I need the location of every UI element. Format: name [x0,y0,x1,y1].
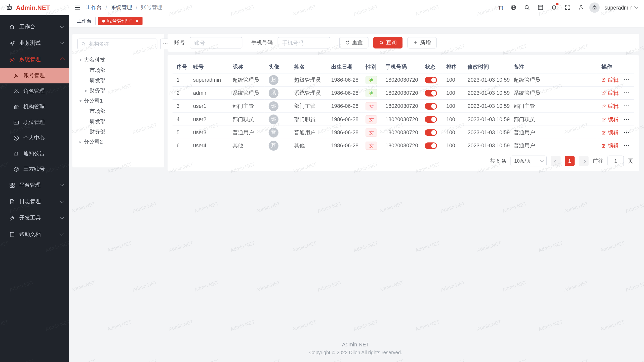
edit-button[interactable]: 编辑 [601,129,619,136]
edit-button[interactable]: 编辑 [601,89,619,97]
font-size-icon[interactable]: Tt [498,4,503,10]
globe-icon[interactable] [510,4,517,11]
more-actions-button[interactable]: ··· [624,116,630,122]
table-header: 序号账号昵称头像姓名出生日期性别手机号码状态排序修改时间备注操作 [173,60,634,73]
more-actions-button[interactable]: ··· [624,129,630,135]
pagination: 共 6 条 10条/页 1 前 [173,152,634,170]
content: ··· ▾ 大名科技 市场部 研发部 ▸ 财务部 ▾ 分公司1 市场部 研发部 … [69,27,644,362]
edit-button[interactable]: 编辑 [601,116,619,123]
sidebar-item[interactable]: 系统管理 [0,51,69,68]
status-toggle[interactable] [425,77,437,83]
menu-collapse-icon[interactable] [74,4,81,11]
more-actions-button[interactable]: ··· [624,143,630,149]
add-button[interactable]: 新增 [408,37,437,49]
sidebar-item[interactable]: 开发工具 [0,210,69,226]
tree-node[interactable]: ▸ 财务部 [77,85,159,96]
breadcrumb-item[interactable]: 系统管理 [111,4,132,11]
status-toggle[interactable] [425,142,437,149]
tree-node[interactable]: 研发部 [77,116,159,126]
sidebar-subitem[interactable]: 通知公告 [0,146,69,161]
tree-caret-open-icon[interactable]: ▾ [77,58,84,62]
sidebar-subitem[interactable]: 职位管理 [0,115,69,130]
status-toggle[interactable] [425,116,437,123]
sidebar-item[interactable]: 平台管理 [0,177,69,193]
goto-page-input[interactable] [608,156,624,166]
breadcrumb-item[interactable]: 账号管理 [141,4,162,11]
tree-node[interactable]: 市场部 [77,65,159,75]
idcard-icon [13,119,19,125]
tree-caret-open-icon[interactable]: ▾ [77,99,84,103]
column-header: 操作 [597,60,634,73]
reset-label: 重置 [352,39,363,46]
sidebar-subitem[interactable]: 个人中心 [0,130,69,146]
fullscreen-icon[interactable] [564,4,571,11]
notification-icon-wrap[interactable] [551,4,557,11]
notification-badge [556,3,559,5]
tree-node[interactable]: 财务部 [77,126,159,137]
sidebar-subitem[interactable]: 三方账号 [0,161,69,177]
reset-button[interactable]: 重置 [339,37,369,49]
cell-modified: 2023-01-03 10:59:44 [464,100,510,113]
tree-node[interactable]: 市场部 [77,106,159,116]
profile-icon[interactable] [578,4,584,11]
sidebar-item[interactable]: 工作台 [0,18,69,35]
tab-close-icon[interactable]: × [136,18,138,23]
chevron-down-icon [60,198,64,203]
sidebar-item[interactable]: 日志管理 [0,193,69,210]
tree-caret-closed-icon[interactable]: ▸ [77,140,84,144]
sidebar-subitem[interactable]: 角色管理 [0,83,69,99]
edit-button[interactable]: 编辑 [601,102,619,110]
tab-active[interactable]: 账号管理 × [98,17,142,25]
edit-icon [601,104,607,109]
account-input[interactable] [190,37,242,49]
user-menu[interactable]: superadmin [605,4,637,10]
layout-icon[interactable] [537,4,544,11]
total-count: 共 6 条 [490,157,506,164]
tree-node[interactable]: 研发部 [77,75,159,85]
org-search-input[interactable] [88,41,154,47]
sidebar-subitem[interactable]: 账号管理 [0,68,69,83]
tab[interactable]: 工作台 [73,17,96,25]
tree-node[interactable]: ▸ 分公司2 [77,137,159,147]
grid-icon [9,182,15,188]
avatar[interactable] [589,2,600,13]
sidebar-subitem-label: 三方账号 [23,165,63,173]
page-size-value: 10条/页 [514,157,531,164]
next-page-button[interactable] [579,156,588,166]
status-toggle[interactable] [425,129,437,136]
breadcrumb-item[interactable]: 工作台 [86,4,102,11]
page-1-button[interactable]: 1 [565,156,575,166]
edit-button[interactable]: 编辑 [601,142,619,149]
bank-icon [13,104,19,110]
more-actions-button[interactable]: ··· [624,103,630,109]
search-icon[interactable] [524,4,530,11]
tree-caret-closed-icon[interactable]: ▸ [83,88,90,93]
tree-node[interactable]: ▾ 大名科技 [77,55,159,65]
chevron-left-icon [554,159,558,163]
status-toggle[interactable] [425,90,437,96]
column-header: 序号 [173,60,189,73]
chevron-down-icon [540,158,544,162]
more-actions-button[interactable]: ··· [624,90,630,96]
status-toggle[interactable] [425,103,437,109]
prev-page-button[interactable] [551,156,560,166]
sidebar-subitem[interactable]: 机构管理 [0,99,69,114]
page-size-select[interactable]: 10条/页 [510,156,547,166]
logo-text: Admin.NET [16,4,50,11]
sidebar-item[interactable]: 帮助文档 [0,226,69,243]
cell-birth: 1986-06-28 [327,73,361,86]
cell-actions: 编辑 ··· [597,73,634,86]
more-actions-button[interactable]: ··· [624,77,630,83]
row-avatar: 超 [269,75,278,85]
phone-input[interactable] [278,37,330,49]
gender-tag: 女 [366,141,377,150]
cell-modified: 2023-01-03 10:59:44 [464,113,510,126]
cell-index: 5 [173,126,189,139]
search-button[interactable]: 查询 [373,37,403,49]
tree-node[interactable]: ▾ 分公司1 [77,96,159,106]
edit-button[interactable]: 编辑 [601,76,619,83]
cell-name: 其他 [290,139,327,152]
sidebar: Admin.NET 工作台 业务测试 系统管理 账号管理 角色管理 机构管理 职… [0,0,69,362]
gender-tag: 女 [366,115,377,123]
sidebar-item[interactable]: 业务测试 [0,35,69,51]
